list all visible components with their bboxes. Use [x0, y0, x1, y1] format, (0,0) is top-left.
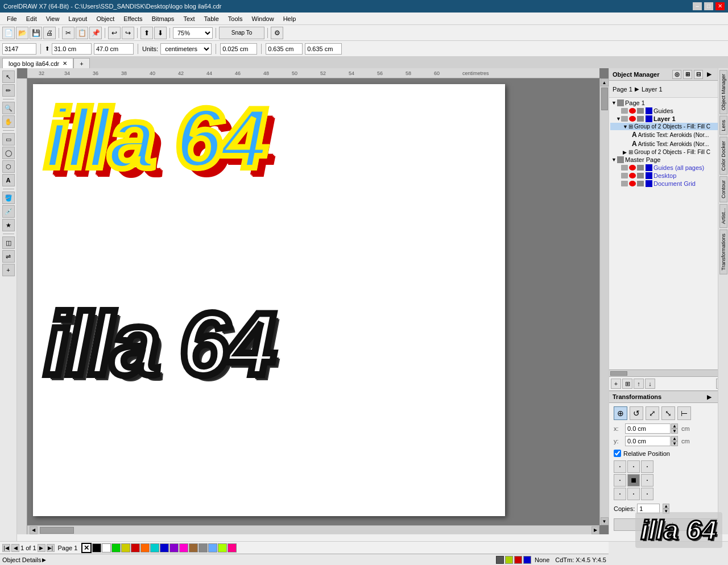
- interactive-tool[interactable]: ★: [2, 219, 15, 231]
- maximize-btn[interactable]: □: [704, 2, 713, 10]
- menu-edit[interactable]: Edit: [22, 14, 42, 23]
- scroll-right-btn[interactable]: ▶: [592, 526, 599, 534]
- color-swatch-magenta[interactable]: [228, 543, 237, 552]
- obj-manager-expand-btn[interactable]: ▶: [705, 70, 714, 79]
- page-prev-btn[interactable]: ◀: [11, 544, 19, 552]
- tree-scrollbar[interactable]: [609, 369, 728, 376]
- menu-window[interactable]: Window: [247, 14, 279, 23]
- tree-group2[interactable]: ▶ ⊞ Group of 2 Objects - Fill: Fill C: [610, 148, 727, 156]
- options-btn[interactable]: ⚙: [271, 27, 283, 39]
- page-dropdown-btn[interactable]: ▶: [635, 86, 639, 92]
- pos-tl[interactable]: ·: [614, 460, 626, 473]
- height-input[interactable]: [94, 43, 134, 55]
- menu-tools[interactable]: Tools: [224, 14, 247, 23]
- zoom-tool[interactable]: 🔍: [2, 102, 15, 114]
- side-tab-objmanager[interactable]: Object Manager: [719, 70, 727, 114]
- redo-btn[interactable]: ↪: [122, 27, 134, 39]
- trans-x-down[interactable]: ▼: [671, 429, 678, 434]
- position-x-input[interactable]: [2, 43, 36, 55]
- trans-expand-btn[interactable]: ▶: [705, 392, 714, 401]
- blend-tool[interactable]: ⇌: [2, 250, 15, 263]
- size-w-input[interactable]: [266, 43, 303, 55]
- pos-ml[interactable]: ·: [614, 474, 626, 487]
- shadow-tool[interactable]: ◫: [2, 236, 15, 249]
- pos-tr[interactable]: ·: [641, 460, 653, 473]
- tree-text2[interactable]: A Artistic Text: Aerokids (Nor...: [610, 139, 727, 148]
- save-btn[interactable]: 💾: [30, 27, 42, 39]
- rectangle-tool[interactable]: ▭: [2, 133, 15, 146]
- scroll-up-btn[interactable]: ▲: [601, 78, 609, 86]
- color-swatch-blue[interactable]: [160, 543, 169, 552]
- polygon-tool[interactable]: ⬡: [2, 160, 15, 173]
- title-bar-controls[interactable]: – □ ✕: [693, 2, 725, 10]
- color-swatch-black[interactable]: [92, 543, 101, 552]
- scrollbar-vertical[interactable]: ▲ ▼: [599, 78, 609, 525]
- obj-manager-icon3[interactable]: ⊟: [694, 70, 703, 79]
- page-last-btn[interactable]: ▶|: [47, 544, 55, 552]
- color-swatch-lime[interactable]: [218, 543, 227, 552]
- close-btn[interactable]: ✕: [715, 2, 725, 10]
- trans-y-down[interactable]: ▼: [671, 441, 678, 446]
- menu-table[interactable]: Table: [200, 14, 224, 23]
- scroll-hthumb[interactable]: [40, 527, 74, 534]
- color-swatch-gray[interactable]: [198, 543, 208, 552]
- menu-effects[interactable]: Effects: [119, 14, 147, 23]
- tree-guides-all[interactable]: Guides (all pages): [610, 164, 727, 172]
- menu-text[interactable]: Text: [179, 14, 199, 23]
- color-swatch-red[interactable]: [131, 543, 140, 552]
- add-layer-btn[interactable]: +: [611, 379, 621, 389]
- move-down-btn[interactable]: ↓: [645, 379, 655, 389]
- pos-bc[interactable]: ·: [627, 488, 640, 500]
- color-swatch-yellow[interactable]: [121, 543, 130, 552]
- pos-bl[interactable]: ·: [614, 488, 626, 500]
- tree-masterpage[interactable]: ▼ Master Page: [610, 156, 727, 164]
- trans-skew-btn[interactable]: ⊢: [677, 406, 691, 420]
- color-swatch-purple[interactable]: [169, 543, 179, 552]
- tree-docgrid[interactable]: Document Grid: [610, 180, 727, 188]
- copies-spin[interactable]: ▲ ▼: [663, 504, 669, 514]
- size-h-input[interactable]: [305, 43, 342, 55]
- scroll-thumb[interactable]: [601, 88, 608, 110]
- page-next-btn[interactable]: ▶: [38, 544, 46, 552]
- apply-button[interactable]: Apply: [614, 518, 723, 531]
- tab-new[interactable]: +: [73, 58, 89, 68]
- nudge-input[interactable]: [220, 43, 257, 55]
- tree-guides[interactable]: Guides: [610, 107, 727, 115]
- scrollbar-horizontal[interactable]: ◀ ▶: [27, 525, 599, 534]
- menu-help[interactable]: Help: [279, 14, 301, 23]
- scroll-left-btn[interactable]: ◀: [30, 526, 38, 534]
- trans-x-input[interactable]: [625, 423, 671, 434]
- move-up-btn[interactable]: ↑: [634, 379, 644, 389]
- eyedropper-tool[interactable]: 💉: [2, 205, 15, 218]
- side-tab-contour[interactable]: Contour: [719, 176, 727, 202]
- scroll-down-btn[interactable]: ▼: [601, 517, 609, 525]
- side-tab-trans[interactable]: Transformations: [719, 230, 727, 275]
- menu-file[interactable]: File: [2, 14, 22, 23]
- side-tab-lens[interactable]: Lens: [719, 116, 727, 135]
- trans-rotate-btn[interactable]: ↺: [630, 406, 643, 420]
- menu-layout[interactable]: Layout: [64, 14, 92, 23]
- color-swatch-cyan[interactable]: [150, 543, 159, 552]
- menu-bitmaps[interactable]: Bitmaps: [147, 14, 179, 23]
- color-swatch-lightblue[interactable]: [208, 543, 217, 552]
- new-btn[interactable]: 📄: [2, 27, 15, 39]
- menu-object[interactable]: Object: [92, 14, 119, 23]
- fill-tool[interactable]: 🪣: [2, 192, 15, 204]
- undo-btn[interactable]: ↩: [108, 27, 121, 39]
- tree-page1[interactable]: ▼ Page 1: [610, 99, 727, 107]
- width-input[interactable]: [52, 43, 92, 55]
- ellipse-tool[interactable]: ◯: [2, 147, 15, 159]
- pan-tool[interactable]: ✋: [2, 115, 15, 128]
- zoom-select[interactable]: 75%50%100%: [173, 27, 213, 39]
- color-swatch-green[interactable]: [111, 543, 121, 552]
- menu-view[interactable]: View: [42, 14, 64, 23]
- copy-btn[interactable]: 📋: [76, 27, 88, 39]
- obj-details-btn[interactable]: Object Details ▶: [2, 556, 46, 563]
- relative-position-checkbox[interactable]: [614, 450, 621, 457]
- export-btn[interactable]: ⬇: [154, 27, 167, 39]
- tab-file[interactable]: logo blog ila64.cdr ✕: [2, 58, 73, 68]
- select-tool[interactable]: ↖: [2, 70, 15, 83]
- copies-down[interactable]: ▼: [663, 509, 669, 514]
- text-tool[interactable]: A: [2, 174, 15, 186]
- trans-x-spin[interactable]: ▲ ▼: [671, 423, 678, 434]
